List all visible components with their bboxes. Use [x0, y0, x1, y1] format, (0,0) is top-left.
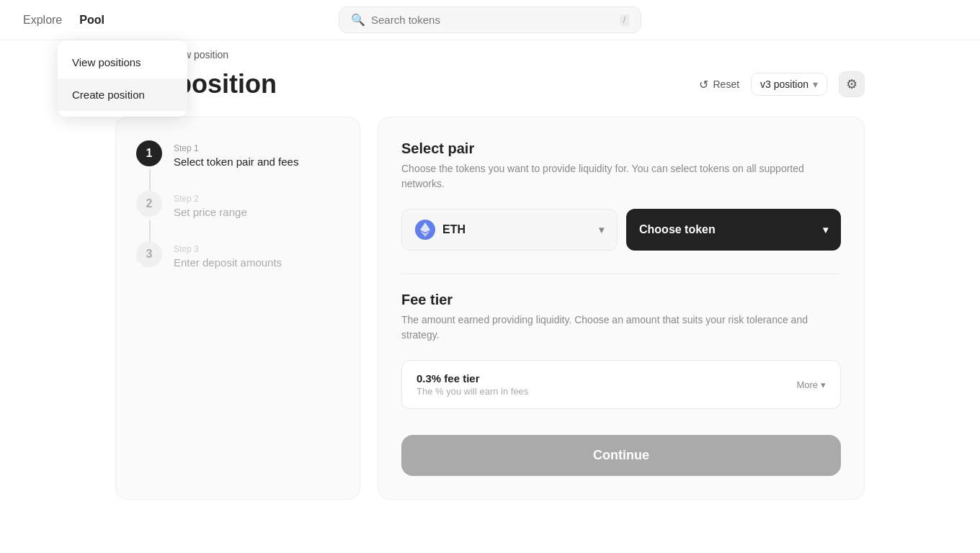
step-3-label: Step 3	[174, 244, 282, 254]
eth-symbol: ETH	[442, 223, 466, 236]
reset-label: Reset	[713, 78, 739, 90]
eth-token-button[interactable]: ETH ▾	[401, 209, 618, 251]
step-2-number: 2	[136, 191, 162, 217]
settings-icon: ⚙	[846, 76, 858, 92]
dropdown-item-create-position[interactable]: Create position	[58, 78, 187, 111]
pool-dropdown-menu: View positions Create position	[58, 40, 187, 117]
settings-button[interactable]: ⚙	[839, 71, 865, 97]
page-title-row: New position ↺ Reset v3 position ▾ ⚙	[115, 69, 865, 99]
more-chevron-icon: ▾	[821, 379, 826, 390]
more-label: More	[796, 379, 818, 390]
fee-tier-name: 0.3% fee tier	[416, 372, 528, 385]
select-pair-title: Select pair	[401, 140, 841, 157]
step-1-text: Step 1 Select token pair and fees	[174, 140, 298, 168]
token-selectors: ETH ▾ Choose token ▾	[401, 209, 841, 251]
fee-tier-desc-text: The % you will earn in fees	[416, 386, 528, 397]
step-1-label: Step 1	[174, 143, 298, 153]
search-bar[interactable]: 🔍 /	[339, 6, 641, 33]
version-label: v3 position	[760, 78, 808, 90]
step-1-item: 1 Step 1 Select token pair and fees	[136, 140, 339, 168]
fee-tier-desc: The amount earned providing liquidity. C…	[401, 313, 841, 343]
step-3-title: Enter deposit amounts	[174, 256, 282, 269]
choose-token-button[interactable]: Choose token ▾	[626, 209, 841, 251]
step-2-label: Step 2	[174, 194, 247, 204]
version-selector[interactable]: v3 position ▾	[751, 73, 827, 96]
step-1-title: Select token pair and fees	[174, 156, 298, 168]
step-3-text: Step 3 Enter deposit amounts	[174, 241, 282, 269]
eth-token-left: ETH	[415, 220, 466, 240]
section-divider	[401, 274, 841, 274]
nav-pool[interactable]: Pool	[79, 14, 104, 27]
page-content: New position ↺ Reset v3 position ▾ ⚙ 1 S…	[0, 69, 980, 500]
nav-explore[interactable]: Explore	[23, 14, 62, 27]
step-2-item: 2 Step 2 Set price range	[136, 191, 339, 218]
reset-button[interactable]: ↺ Reset	[699, 78, 739, 91]
select-pair-section: Select pair Choose the tokens you want t…	[401, 140, 841, 251]
fee-tier-more-button[interactable]: More ▾	[796, 379, 826, 390]
reset-icon: ↺	[699, 78, 708, 91]
choose-token-label: Choose token	[639, 223, 716, 236]
version-chevron-icon: ▾	[813, 78, 818, 90]
main-layout: 1 Step 1 Select token pair and fees 2 St…	[115, 117, 865, 500]
step-3-item: 3 Step 3 Enter deposit amounts	[136, 241, 339, 269]
right-panel: Select pair Choose the tokens you want t…	[378, 117, 865, 500]
eth-icon	[415, 220, 435, 240]
header: Explore Pool 🔍 /	[0, 0, 980, 40]
step-2-text: Step 2 Set price range	[174, 191, 247, 218]
fee-tier-info: 0.3% fee tier The % you will earn in fee…	[416, 372, 528, 397]
dropdown-item-view-positions[interactable]: View positions	[58, 46, 187, 78]
steps-panel: 1 Step 1 Select token pair and fees 2 St…	[115, 117, 360, 500]
search-input[interactable]	[371, 14, 614, 26]
step-3-number: 3	[136, 241, 162, 267]
search-icon: 🔍	[351, 13, 365, 27]
step-2-title: Set price range	[174, 206, 247, 218]
eth-chevron-icon: ▾	[599, 224, 604, 235]
search-kbd: /	[620, 14, 629, 26]
fee-tier-title: Fee tier	[401, 292, 841, 308]
select-pair-desc: Choose the tokens you want to provide li…	[401, 161, 841, 192]
fee-tier-section: Fee tier The amount earned providing liq…	[401, 292, 841, 409]
step-1-number: 1	[136, 140, 162, 166]
choose-token-chevron-icon: ▾	[823, 224, 828, 235]
continue-button[interactable]: Continue	[401, 435, 841, 476]
title-actions: ↺ Reset v3 position ▾ ⚙	[699, 71, 865, 97]
fee-tier-box[interactable]: 0.3% fee tier The % you will earn in fee…	[401, 360, 841, 409]
